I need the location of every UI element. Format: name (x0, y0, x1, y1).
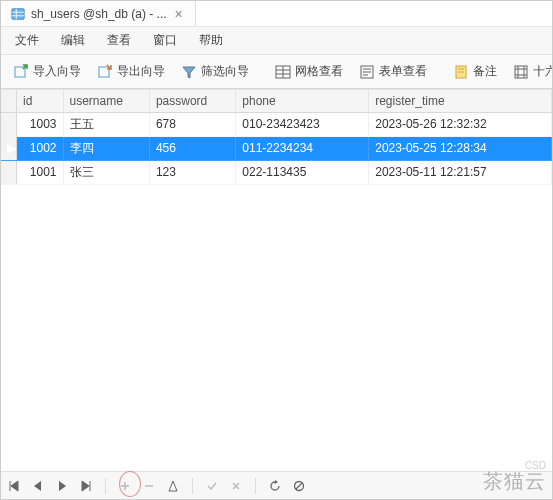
nav-prev-button[interactable] (31, 479, 45, 493)
hex-label: 十六进制 (533, 63, 552, 80)
export-icon (97, 64, 113, 80)
window-tab[interactable]: sh_users @sh_db (a) - ... × (5, 1, 196, 26)
svg-rect-0 (12, 8, 24, 19)
menu-edit[interactable]: 编辑 (51, 29, 95, 52)
column-id[interactable]: id (17, 90, 64, 112)
notes-button[interactable]: 备注 (447, 60, 503, 83)
nav-last-button[interactable] (79, 479, 93, 493)
cell-username[interactable]: 张三 (63, 160, 149, 184)
cell-register-time[interactable]: 2023-05-26 12:32:32 (369, 112, 552, 136)
cell-username[interactable]: 李四 (63, 136, 149, 160)
note-icon (453, 64, 469, 80)
column-password[interactable]: password (149, 90, 235, 112)
nav-next-button[interactable] (55, 479, 69, 493)
hex-button[interactable]: 十六进制 (507, 60, 552, 83)
cell-id[interactable]: 1002 (17, 136, 64, 160)
svg-rect-17 (515, 66, 527, 78)
grid-icon (275, 64, 291, 80)
import-icon (13, 64, 29, 80)
menu-help[interactable]: 帮助 (189, 29, 233, 52)
cell-register-time[interactable]: 2023-05-25 12:28:34 (369, 136, 552, 160)
nav-separator (105, 478, 106, 494)
data-grid[interactable]: id username password phone register_time… (1, 89, 552, 499)
row-indicator: ▶ (1, 136, 17, 160)
filter-wizard-button[interactable]: 筛选向导 (175, 60, 255, 83)
column-register-time[interactable]: register_time (369, 90, 552, 112)
cell-register-time[interactable]: 2023-05-11 12:21:57 (369, 160, 552, 184)
cell-id[interactable]: 1003 (17, 112, 64, 136)
column-username[interactable]: username (63, 90, 149, 112)
table-row[interactable]: 1003 王五 678 010-23423423 2023-05-26 12:3… (1, 112, 552, 136)
nav-separator (255, 478, 256, 494)
form-icon (359, 64, 375, 80)
column-phone[interactable]: phone (236, 90, 369, 112)
cell-phone[interactable]: 022-113435 (236, 160, 369, 184)
hex-icon (513, 64, 529, 80)
menubar: 文件 编辑 查看 窗口 帮助 (1, 27, 552, 55)
menu-file[interactable]: 文件 (5, 29, 49, 52)
cell-id[interactable]: 1001 (17, 160, 64, 184)
nav-stop-button[interactable] (292, 479, 306, 493)
titlebar: sh_users @sh_db (a) - ... × (1, 1, 552, 27)
tab-title: sh_users @sh_db (a) - ... (31, 7, 167, 21)
menu-view[interactable]: 查看 (97, 29, 141, 52)
row-indicator (1, 160, 17, 184)
nav-add-button[interactable] (118, 479, 132, 493)
toolbar: 导入向导 导出向导 筛选向导 网格查看 表单查看 (1, 55, 552, 89)
nav-delete-button[interactable] (142, 479, 156, 493)
import-wizard-button[interactable]: 导入向导 (7, 60, 87, 83)
close-tab-button[interactable]: × (173, 7, 185, 21)
cell-password[interactable]: 678 (149, 112, 235, 136)
nav-cancel-button[interactable] (229, 479, 243, 493)
cell-phone[interactable]: 011-2234234 (236, 136, 369, 160)
cell-password[interactable]: 123 (149, 160, 235, 184)
export-wizard-button[interactable]: 导出向导 (91, 60, 171, 83)
table-row[interactable]: ▶ 1002 李四 456 011-2234234 2023-05-25 12:… (1, 136, 552, 160)
export-wizard-label: 导出向导 (117, 63, 165, 80)
table-row[interactable]: 1001 张三 123 022-113435 2023-05-11 12:21:… (1, 160, 552, 184)
nav-apply-button[interactable] (205, 479, 219, 493)
nav-edit-button[interactable] (166, 479, 180, 493)
nav-first-button[interactable] (7, 479, 21, 493)
grid-view-label: 网格查看 (295, 63, 343, 80)
cell-phone[interactable]: 010-23423423 (236, 112, 369, 136)
filter-wizard-label: 筛选向导 (201, 63, 249, 80)
notes-label: 备注 (473, 63, 497, 80)
grid-view-button[interactable]: 网格查看 (269, 60, 349, 83)
nav-refresh-button[interactable] (268, 479, 282, 493)
cell-password[interactable]: 456 (149, 136, 235, 160)
form-view-button[interactable]: 表单查看 (353, 60, 433, 83)
filter-icon (181, 64, 197, 80)
form-view-label: 表单查看 (379, 63, 427, 80)
import-wizard-label: 导入向导 (33, 63, 81, 80)
menu-window[interactable]: 窗口 (143, 29, 187, 52)
table-icon (11, 7, 25, 21)
row-indicator (1, 112, 17, 136)
nav-separator (192, 478, 193, 494)
svg-line-25 (296, 483, 302, 489)
cell-username[interactable]: 王五 (63, 112, 149, 136)
record-navigator (1, 471, 552, 499)
row-indicator-header (1, 90, 17, 112)
table-header-row: id username password phone register_time (1, 90, 552, 112)
